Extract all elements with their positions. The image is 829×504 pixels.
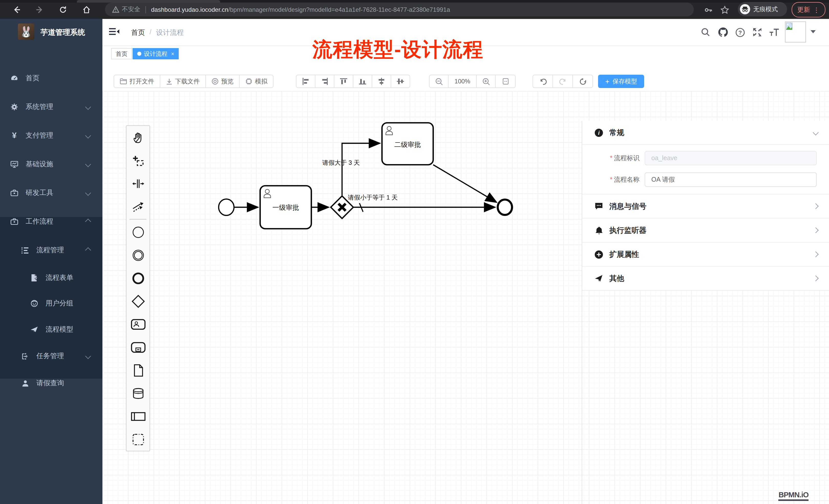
section-title: 扩展属性 xyxy=(609,249,639,259)
sidebar-item-label: 流程模型 xyxy=(45,325,73,334)
process-name-label: *流程名称 xyxy=(582,175,645,184)
font-size-icon[interactable] xyxy=(768,26,780,38)
sidebar-item-infra[interactable]: 基础设施 xyxy=(0,150,102,179)
browser-home-icon[interactable] xyxy=(81,4,92,15)
url-bar[interactable]: 不安全 dashboard.yudao.iocoder.cn/bpm/manag… xyxy=(105,3,694,16)
security-label[interactable]: 不安全 xyxy=(122,5,140,14)
process-key-input[interactable] xyxy=(645,151,817,165)
section-general[interactable]: i 常规 xyxy=(582,121,829,145)
chevron-down-icon xyxy=(85,133,91,139)
github-icon[interactable] xyxy=(717,26,729,38)
align-center-button[interactable] xyxy=(391,75,410,88)
breadcrumb-home[interactable]: 首页 xyxy=(131,28,145,37)
zoom-level: 100% xyxy=(455,78,470,85)
properties-card: i 常规 *流程标识 *流程名称 xyxy=(582,121,829,290)
sidebar-item-process-mgmt[interactable]: 流程管理 xyxy=(0,237,102,263)
section-title: 其他 xyxy=(609,273,624,283)
browser-back-icon[interactable] xyxy=(11,4,23,15)
flow-label-le: 请假小于等于 1 天 xyxy=(348,194,398,201)
align-left-button[interactable] xyxy=(296,75,316,88)
bookmark-star-icon[interactable] xyxy=(719,4,730,15)
sidebar-collapse-icon[interactable] xyxy=(109,27,119,37)
process-key-label: *流程标识 xyxy=(582,154,645,162)
sidebar-item-process-model[interactable]: 流程模型 xyxy=(0,317,102,342)
align-right-button[interactable] xyxy=(315,75,334,88)
password-key-icon[interactable] xyxy=(702,4,714,15)
sidebar-item-label: 任务管理 xyxy=(36,351,64,361)
plus-circle-icon xyxy=(594,250,603,259)
section-title: 执行监听器 xyxy=(609,225,646,235)
url-path[interactable]: /bpm/manager/model/design?modelId=e4a1a1… xyxy=(228,6,450,13)
person-icon xyxy=(21,379,29,387)
section-other[interactable]: 其他 xyxy=(582,267,829,290)
process-name-input[interactable] xyxy=(645,172,817,187)
align-button-group xyxy=(296,75,410,88)
chevron-right-icon[interactable] xyxy=(813,203,819,209)
chevron-right-icon[interactable] xyxy=(813,276,819,281)
avatar[interactable] xyxy=(785,22,806,42)
url-host[interactable]: dashboard.yudao.iocoder.cn xyxy=(151,6,228,13)
sidebar-item-workflow[interactable]: 工作流程 xyxy=(0,207,102,236)
simulate-button[interactable]: 模拟 xyxy=(239,75,274,88)
chevron-down-icon[interactable] xyxy=(813,130,819,135)
align-top-button[interactable] xyxy=(334,75,353,88)
chevron-down-icon xyxy=(85,161,91,167)
redo-button[interactable] xyxy=(552,75,573,88)
chevron-up-icon xyxy=(85,219,91,225)
align-bottom-button[interactable] xyxy=(353,75,372,88)
sidebar-item-system[interactable]: 系统管理 xyxy=(0,92,102,121)
browser-reload-icon[interactable] xyxy=(57,4,69,15)
sequence-flow-gt3[interactable] xyxy=(342,143,380,195)
properties-panel: i 常规 *流程标识 *流程名称 xyxy=(582,121,829,504)
sidebar-item-payment[interactable]: ¥ 支付管理 xyxy=(0,121,102,150)
avatar-caret-icon[interactable] xyxy=(810,30,816,33)
sidebar-item-home[interactable]: 首页 xyxy=(0,64,102,92)
section-extended-attrs[interactable]: 扩展属性 xyxy=(582,242,829,267)
save-model-button[interactable]: + 保存模型 xyxy=(598,75,644,88)
sidebar-item-user-group[interactable]: 用户分组 xyxy=(0,290,102,316)
fullscreen-icon[interactable] xyxy=(751,26,763,38)
end-event[interactable] xyxy=(498,200,512,215)
bpmn-canvas[interactable]: 一级审批 请假大于 3 天 二级审批 xyxy=(102,91,829,504)
preview-button[interactable]: 预览 xyxy=(205,75,240,88)
start-event[interactable] xyxy=(219,199,234,216)
zoom-reset-button[interactable] xyxy=(495,75,516,88)
chevron-up-icon xyxy=(85,247,91,253)
chevron-right-icon[interactable] xyxy=(813,251,819,257)
sidebar-item-process-form[interactable]: 流程表单 xyxy=(0,265,102,290)
zoom-in-button[interactable] xyxy=(476,75,496,88)
monitor-icon xyxy=(10,160,19,168)
search-icon[interactable] xyxy=(699,26,712,38)
section-message-signal[interactable]: 消息与信号 xyxy=(582,194,829,219)
sidebar-item-devtools[interactable]: 研发工具 xyxy=(0,179,102,207)
browser-chrome: 不安全 dashboard.yudao.iocoder.cn/bpm/manag… xyxy=(0,0,829,19)
align-middle-button[interactable] xyxy=(372,75,391,88)
open-file-button[interactable]: 打开文件 xyxy=(114,75,160,88)
bpmn-io-watermark[interactable]: BPMN.iO xyxy=(779,491,808,501)
button-label: 打开文件 xyxy=(130,77,154,86)
close-icon[interactable]: × xyxy=(171,51,174,57)
message-icon xyxy=(594,202,603,210)
breadcrumb-current: 设计流程 xyxy=(156,28,184,37)
help-icon[interactable]: ? xyxy=(734,26,746,38)
tab-home[interactable]: 首页 xyxy=(111,48,132,60)
sidebar-item-leave-query[interactable]: 请假查询 xyxy=(0,371,102,396)
section-title: 常规 xyxy=(609,128,624,138)
undo-button[interactable] xyxy=(533,75,553,88)
browser-forward-icon[interactable] xyxy=(34,4,45,15)
chevron-right-icon[interactable] xyxy=(813,227,819,233)
app-title: 芋道管理系统 xyxy=(40,28,85,37)
sidebar-item-task-mgmt[interactable]: 任务管理 xyxy=(0,343,102,369)
browser-active-tab[interactable] xyxy=(77,0,220,3)
dashboard-icon xyxy=(10,74,19,82)
section-execution-listener[interactable]: 执行监听器 xyxy=(582,219,829,242)
download-file-button[interactable]: 下载文件 xyxy=(160,75,206,88)
sequence-flow[interactable] xyxy=(433,165,496,202)
restart-button[interactable] xyxy=(573,75,593,88)
tab-design-process[interactable]: 设计流程 × xyxy=(133,48,179,60)
browser-menu-dots-icon[interactable]: ⋮ xyxy=(813,6,820,13)
sidebar-item-label: 用户分组 xyxy=(45,299,73,308)
update-button[interactable]: 更新 ⋮ xyxy=(792,2,825,17)
zoom-out-button[interactable] xyxy=(429,75,448,88)
gear-icon xyxy=(10,103,19,111)
